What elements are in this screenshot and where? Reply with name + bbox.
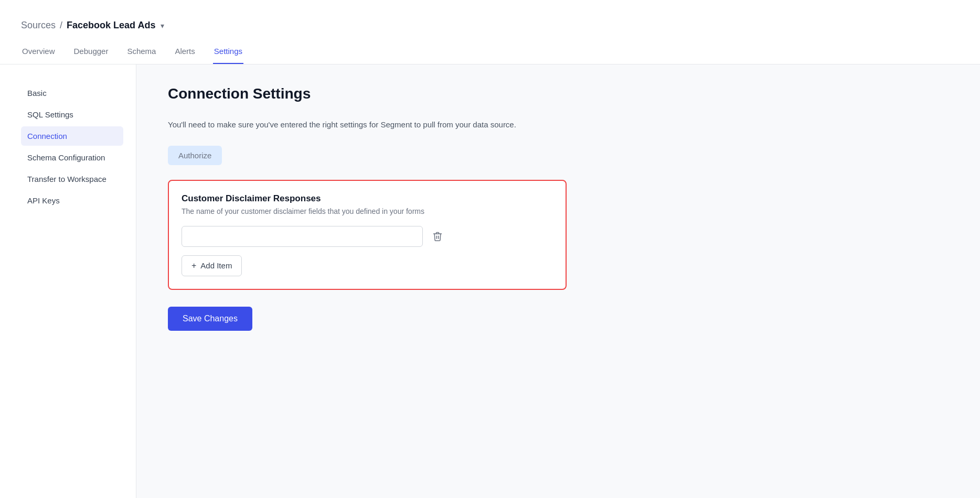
tab-debugger[interactable]: Debugger <box>73 41 110 64</box>
save-changes-button[interactable]: Save Changes <box>168 307 252 331</box>
breadcrumb-sources[interactable]: Sources <box>21 20 56 31</box>
breadcrumb: Sources / Facebook Lead Ads ▾ <box>21 10 959 39</box>
tab-schema[interactable]: Schema <box>126 41 157 64</box>
tab-nav: Overview Debugger Schema Alerts Settings <box>21 39 959 64</box>
card-description: The name of your customer disclaimer fie… <box>182 207 553 215</box>
sidebar-item-schema-config[interactable]: Schema Configuration <box>21 148 123 167</box>
tab-overview[interactable]: Overview <box>21 41 56 64</box>
sidebar-item-basic[interactable]: Basic <box>21 83 123 103</box>
card-title: Customer Disclaimer Responses <box>182 193 553 204</box>
tab-settings[interactable]: Settings <box>213 41 243 64</box>
sidebar-item-sql-settings[interactable]: SQL Settings <box>21 105 123 124</box>
plus-icon: + <box>191 261 196 270</box>
main-content: Connection Settings You'll need to make … <box>136 64 980 498</box>
header: Sources / Facebook Lead Ads ▾ Overview D… <box>0 0 980 64</box>
connection-description: You'll need to make sure you've entered … <box>168 119 949 131</box>
input-row <box>182 226 553 247</box>
add-item-label: Add Item <box>200 261 232 270</box>
main-layout: Basic SQL Settings Connection Schema Con… <box>0 64 980 498</box>
tab-alerts[interactable]: Alerts <box>174 41 196 64</box>
authorize-button[interactable]: Authorize <box>168 146 222 165</box>
sidebar-item-api-keys[interactable]: API Keys <box>21 191 123 210</box>
chevron-down-icon[interactable]: ▾ <box>161 21 164 30</box>
breadcrumb-current: Facebook Lead Ads <box>67 20 155 31</box>
disclaimer-card: Customer Disclaimer Responses The name o… <box>168 180 567 290</box>
add-item-button[interactable]: + Add Item <box>182 255 242 276</box>
sidebar-item-connection[interactable]: Connection <box>21 126 123 146</box>
breadcrumb-separator: / <box>60 20 62 31</box>
sidebar: Basic SQL Settings Connection Schema Con… <box>0 64 136 498</box>
sidebar-item-transfer[interactable]: Transfer to Workspace <box>21 169 123 189</box>
disclaimer-input[interactable] <box>182 226 423 247</box>
delete-icon[interactable] <box>429 228 446 245</box>
page-title: Connection Settings <box>168 85 949 102</box>
